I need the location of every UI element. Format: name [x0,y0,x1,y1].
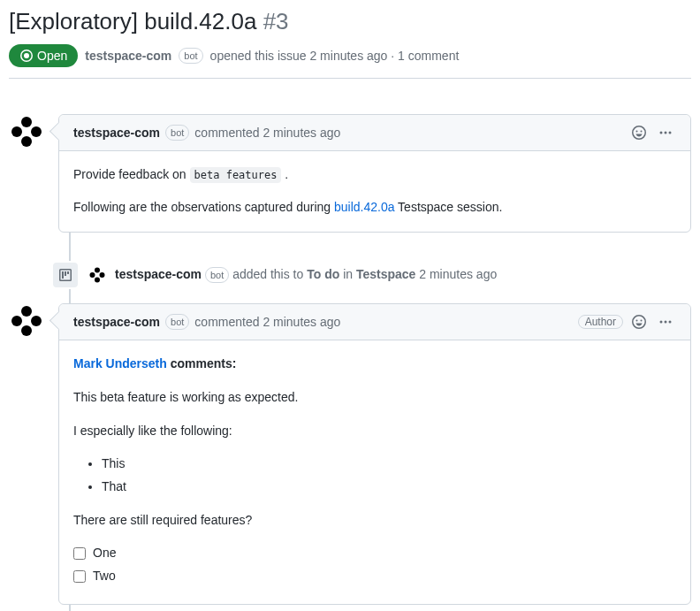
issue-meta: opened this issue 2 minutes ago · 1 comm… [210,49,460,63]
svg-point-11 [95,278,100,283]
reaction-button[interactable] [628,122,650,143]
status-badge-open: Open [9,44,78,67]
svg-point-12 [95,273,99,277]
svg-point-14 [11,316,22,326]
svg-point-15 [31,316,42,326]
task-label: One [93,544,116,563]
kebab-icon [658,315,673,329]
list-item: That [102,477,676,497]
task-checkbox[interactable] [73,547,86,560]
svg-point-10 [100,272,105,278]
comment-text: Following are the observations captured … [73,198,676,218]
svg-point-1 [11,126,22,137]
list-item: This [102,454,676,474]
project-event-icon-wrap [51,261,80,289]
svg-point-13 [21,306,32,317]
timeline-event: testspace-com bot added this to To do in… [9,247,691,303]
smiley-icon [632,315,646,329]
svg-point-0 [21,117,32,127]
avatar[interactable] [9,303,44,339]
avatar[interactable] [88,266,106,284]
code-inline: beta features [190,167,282,183]
task-item: Two [73,567,676,586]
issue-author[interactable]: testspace-com [85,49,171,63]
bot-badge: bot [205,267,229,283]
svg-point-6 [665,131,667,134]
author-badge: Author [578,315,623,329]
reaction-button[interactable] [628,311,650,332]
event-author[interactable]: testspace-com [115,267,202,281]
svg-point-4 [23,128,30,135]
svg-point-5 [660,131,663,134]
comment-action: commented 2 minutes ago [194,126,340,140]
project-icon [58,268,72,282]
kebab-icon [658,126,673,140]
comment-text: I especially like the following: [73,422,676,441]
comment-author[interactable]: testspace-com [73,126,160,140]
kebab-button[interactable] [655,311,676,332]
issue-number: #3 [263,8,289,34]
smiley-icon [632,126,646,140]
bullet-list: This That [102,454,676,496]
svg-point-2 [31,126,42,137]
svg-point-8 [95,268,100,273]
svg-point-3 [21,136,32,147]
build-link[interactable]: build.42.0a [334,200,395,214]
commenter-link[interactable]: Mark Underseth [73,356,167,370]
comment-item: testspace-com bot commented 2 minutes ag… [9,303,691,605]
svg-point-16 [21,325,32,336]
comment-action: commented 2 minutes ago [194,315,340,329]
avatar[interactable] [9,114,44,149]
comment-text: Provide feedback on beta features . [73,165,676,185]
event-text: testspace-com bot added this to To do in… [115,267,497,283]
svg-point-20 [669,321,672,324]
comment-text: There are still required features? [73,511,676,531]
kebab-button[interactable] [655,122,676,143]
comment-item: testspace-com bot commented 2 minutes ag… [9,114,691,233]
svg-point-18 [660,321,663,324]
issue-opened-icon [19,49,34,63]
svg-point-19 [665,321,667,324]
bot-badge: bot [165,314,189,330]
svg-point-7 [669,131,672,134]
bot-badge: bot [179,48,202,64]
task-label: Two [93,567,116,586]
svg-point-9 [90,272,95,278]
comment-author[interactable]: testspace-com [73,315,160,329]
issue-title: [Exploratory] build.42.0a #3 [9,7,691,37]
task-checkbox[interactable] [73,570,86,583]
comment-text: Mark Underseth comments: [73,355,676,374]
comment-text: This beta feature is working as expected… [73,388,676,408]
svg-point-17 [23,317,30,325]
task-item: One [73,544,676,563]
bot-badge: bot [165,125,189,141]
